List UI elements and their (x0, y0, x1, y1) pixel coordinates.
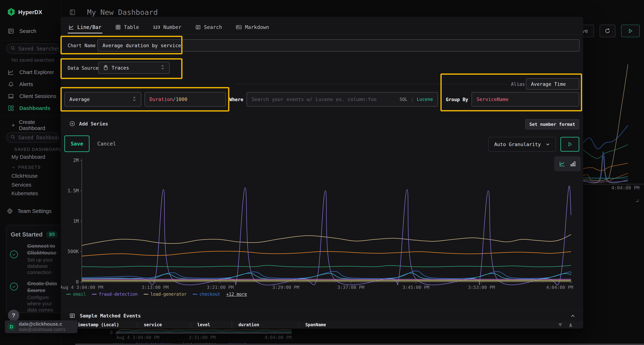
column-header-duration[interactable]: duration (232, 322, 298, 328)
svg-text:3:37:00 PM: 3:37:00 PM (338, 285, 364, 290)
group-by-input[interactable]: ServiceName (472, 92, 579, 106)
check-circle-icon (10, 250, 18, 258)
set-number-format-button[interactable]: Set number format (525, 119, 579, 129)
save-button[interactable]: Save (64, 135, 90, 152)
table-icon (116, 24, 121, 30)
field-operator: / (173, 96, 176, 102)
tab-number[interactable]: 123 Number (153, 24, 182, 30)
granularity-value: Auto Granularity (494, 142, 541, 147)
filter-icon[interactable] (558, 322, 563, 327)
user-menu[interactable]: D dale@clickhouse.c dale@clickhouse.com'… (5, 320, 78, 333)
saved-dashboards-input[interactable]: Saved Dashboards (6, 132, 59, 143)
check-circle-icon (10, 283, 18, 291)
svg-text:1M: 1M (73, 218, 79, 224)
svg-text:4:04:00 PM: 4:04:00 PM (264, 335, 292, 340)
chart-name-input[interactable]: Average duration by service (98, 39, 580, 51)
tab-label: Search (204, 24, 222, 30)
where-search-input[interactable]: Search your events w/ Lucene ex. column:… (246, 92, 438, 106)
resize-handle-icon[interactable] (634, 198, 639, 203)
sidebar-item-dashboards[interactable]: Dashboards (8, 105, 50, 111)
get-started-step[interactable]: Connect to ClickHouse Set up your databa… (10, 243, 62, 276)
sidebar-item-clickhouse[interactable]: ClickHouse (12, 173, 38, 179)
mode-divider: | (411, 97, 414, 102)
saved-searches-input[interactable]: Saved Searches (6, 43, 59, 54)
saved-dashboards-section[interactable]: SAVED DASHBOARDS (12, 147, 61, 152)
brand-name: HyperDX (18, 9, 42, 15)
add-series-button[interactable]: Add Series (70, 121, 108, 127)
sidebar-item-alerts[interactable]: Alerts (8, 81, 33, 88)
tab-markdown[interactable]: Markdown (236, 24, 269, 30)
field-divisor: 1000 (176, 96, 187, 102)
sidebar-item-search[interactable]: Search (8, 28, 36, 34)
legend-more-link[interactable]: +12 more (226, 292, 247, 297)
brand: HyperDX (8, 8, 42, 17)
preview-run-button[interactable] (560, 137, 579, 152)
sidebar-item-label: Chart Explorer (19, 69, 54, 75)
event-list-icon (70, 313, 75, 319)
svg-text:0: 0 (110, 330, 113, 335)
svg-text:3:29:00 PM: 3:29:00 PM (272, 285, 299, 290)
tab-label: Number (163, 24, 182, 30)
group-by-value: ServiceName (476, 96, 508, 102)
sidebar-item-label: Alerts (19, 81, 33, 87)
collapse-chevron-icon[interactable] (570, 314, 575, 319)
help-button[interactable]: ? (8, 310, 19, 321)
step-title: Connect to ClickHouse (27, 243, 62, 256)
sidebar-item-chart-explorer[interactable]: Chart Explorer (8, 69, 54, 76)
horizontal-scrollbar[interactable] (75, 344, 644, 345)
search-page-icon (8, 28, 14, 34)
hyperdx-logo-icon (8, 8, 15, 17)
add-series-label: Add Series (79, 121, 108, 127)
data-source-select[interactable]: Traces (98, 62, 170, 74)
refresh-button[interactable] (600, 25, 616, 37)
sidebar-collapse-icon[interactable] (69, 9, 76, 16)
presets-section[interactable]: PRESETS (12, 165, 61, 170)
svg-text:1.5M: 1.5M (68, 188, 79, 193)
sidebar-item-my-dashboard[interactable]: My Dashboard (12, 154, 45, 160)
data-source-value: Traces (112, 65, 129, 71)
sample-events-title: Sample Matched Events (80, 313, 141, 319)
timeseries-chart[interactable]: 0500K1M1.5M2MAug 4 3:04:00 PM3:13:00 PM3… (72, 157, 572, 293)
tab-line-bar[interactable]: Line/Bar (69, 24, 102, 30)
magnifier-icon (10, 134, 16, 141)
alias-input[interactable]: Average Time (526, 78, 579, 90)
avatar: D (7, 323, 16, 331)
cancel-button[interactable]: Cancel (97, 135, 116, 152)
download-icon[interactable] (568, 322, 573, 327)
sidebar-item-kubernetes[interactable]: Kubernetes (12, 191, 38, 196)
legend-item[interactable]: checkout (193, 292, 220, 297)
get-started-badge: 3/3 (46, 231, 58, 238)
alias-label: Alias (511, 81, 525, 87)
get-started-card: Get Started 3/3 Connect to ClickHouse Se… (6, 225, 62, 313)
column-header-service[interactable]: service (137, 322, 190, 328)
lucene-mode-toggle[interactable]: Lucene (417, 97, 433, 102)
legend-item[interactable]: fraud-detection (92, 292, 138, 297)
granularity-select[interactable]: Auto Granularity (488, 137, 556, 152)
chart-name-value: Average duration by service (102, 43, 181, 48)
chart-name-label: Chart Name (68, 43, 96, 48)
field-expression-input[interactable]: Duration/1000 (144, 92, 226, 106)
column-header-level[interactable]: level (190, 322, 232, 328)
tab-search[interactable]: Search (195, 24, 222, 30)
sidebar-item-client-sessions[interactable]: Client Sessions (8, 93, 56, 100)
sidebar-item-team-settings[interactable]: Team Settings (6, 208, 52, 215)
events-table-header: Timestamp (Local) service level duration… (61, 321, 583, 329)
sql-mode-toggle[interactable]: SQL (400, 97, 408, 102)
legend-item[interactable]: email (66, 292, 86, 297)
sample-events-header[interactable]: Sample Matched Events (70, 313, 141, 319)
aggregation-select[interactable]: Average (64, 92, 141, 106)
legend-item[interactable]: load-generator (144, 292, 186, 297)
tab-table[interactable]: Table (116, 24, 139, 30)
bell-icon (8, 81, 14, 88)
run-query-button[interactable] (621, 25, 640, 37)
legend-label: load-generator (150, 292, 186, 297)
where-placeholder: Search your events w/ Lucene ex. column:… (252, 96, 376, 102)
sidebar-item-services[interactable]: Services (12, 182, 31, 188)
chart-editor-modal: Line/Bar Table 123 Number Search Markdow… (61, 17, 583, 329)
divider (61, 35, 583, 35)
svg-text:2M: 2M (73, 158, 79, 163)
column-header-spanname[interactable]: SpanName (298, 322, 337, 328)
legend-label: checkout (200, 292, 220, 297)
get-started-step[interactable]: Create Data Source Configure where your … (10, 280, 62, 313)
create-dashboard-button[interactable]: + Create Dashboard (12, 119, 61, 131)
